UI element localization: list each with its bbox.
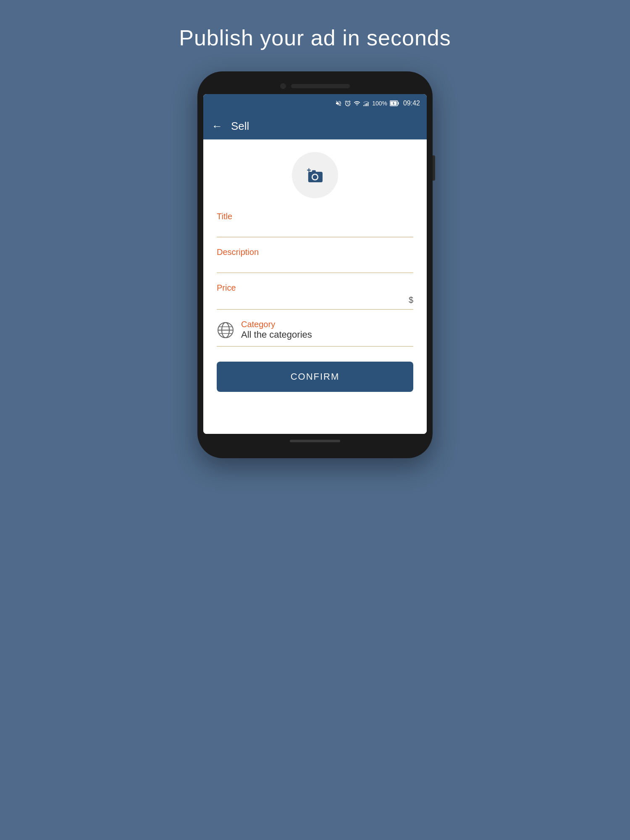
side-button bbox=[433, 155, 435, 181]
svg-rect-3 bbox=[368, 102, 368, 106]
status-icons: 100% 09:42 bbox=[335, 100, 420, 107]
page-background-title: Publish your ad in seconds bbox=[179, 25, 451, 50]
title-input[interactable] bbox=[217, 224, 413, 233]
svg-rect-0 bbox=[363, 105, 364, 106]
phone-screen: 100% 09:42 ← Sell bbox=[203, 94, 427, 434]
app-content: + Title Description bbox=[203, 139, 427, 434]
status-time: 09:42 bbox=[403, 100, 420, 107]
confirm-button[interactable]: CONFIRM bbox=[217, 362, 413, 392]
battery-icon bbox=[390, 100, 399, 106]
description-input[interactable] bbox=[217, 260, 413, 268]
currency-symbol: $ bbox=[409, 295, 413, 305]
home-indicator bbox=[290, 440, 340, 442]
svg-rect-2 bbox=[366, 103, 367, 106]
title-label: Title bbox=[217, 212, 413, 221]
description-field: Description bbox=[217, 247, 413, 273]
category-row[interactable]: Category All the categories bbox=[217, 320, 413, 346]
category-label: Category bbox=[241, 320, 312, 329]
back-button[interactable]: ← bbox=[212, 120, 223, 133]
svg-rect-1 bbox=[365, 104, 366, 106]
svg-rect-5 bbox=[398, 102, 399, 105]
category-value: All the categories bbox=[241, 329, 312, 340]
price-input[interactable] bbox=[217, 296, 409, 304]
app-header: ← Sell bbox=[203, 113, 427, 139]
header-title: Sell bbox=[231, 120, 249, 133]
svg-rect-11 bbox=[312, 170, 316, 173]
phone-shell: 100% 09:42 ← Sell bbox=[197, 71, 433, 458]
globe-icon bbox=[217, 321, 234, 339]
status-bar: 100% 09:42 bbox=[203, 94, 427, 113]
signal-icon bbox=[363, 100, 370, 107]
wifi-icon bbox=[354, 100, 360, 107]
category-text: Category All the categories bbox=[241, 320, 312, 340]
front-camera bbox=[280, 83, 286, 89]
description-label: Description bbox=[217, 247, 413, 257]
camera-icon: + bbox=[304, 164, 326, 186]
add-photo-button[interactable]: + bbox=[292, 152, 338, 198]
svg-point-10 bbox=[313, 175, 318, 179]
title-field: Title bbox=[217, 212, 413, 237]
price-label: Price bbox=[217, 283, 413, 293]
speaker bbox=[291, 84, 350, 88]
phone-bottom-bar bbox=[203, 434, 427, 446]
price-row: $ bbox=[217, 295, 413, 305]
camera-btn-wrapper: + bbox=[217, 152, 413, 198]
price-field: Price $ bbox=[217, 283, 413, 310]
mute-icon bbox=[335, 100, 342, 107]
alarm-icon bbox=[344, 100, 351, 107]
content-spacer bbox=[217, 392, 413, 417]
battery-text: 100% bbox=[372, 100, 387, 107]
phone-top-bar bbox=[203, 80, 427, 94]
